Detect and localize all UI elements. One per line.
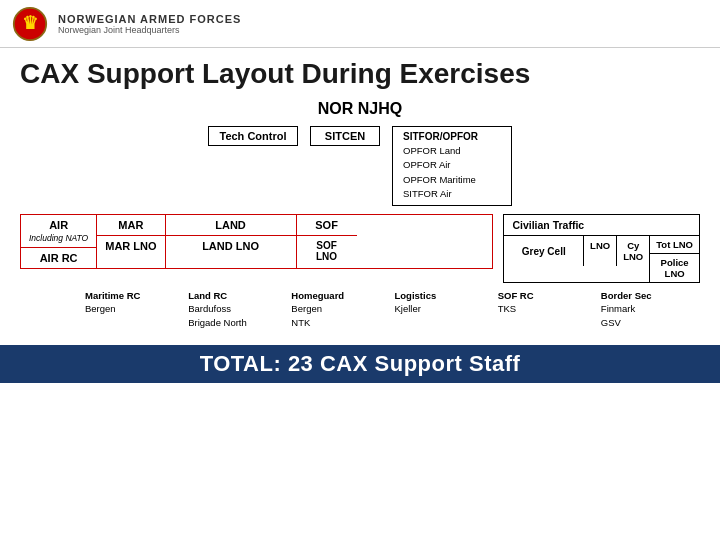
logo-icon: ♛ bbox=[12, 6, 48, 42]
left-columns: AIR Including NATO AIR RC MAR MAR LNO LA… bbox=[20, 214, 493, 269]
tech-control-box: Tech Control bbox=[208, 126, 298, 146]
middle-section: AIR Including NATO AIR RC MAR MAR LNO LA… bbox=[20, 214, 700, 283]
sitfor-title: SITFOR/OPFOR bbox=[403, 131, 501, 142]
sitfor-item-2: OPFOR Air bbox=[403, 158, 501, 172]
grey-cell-label: Grey Cell bbox=[504, 236, 584, 266]
air-sub: Including NATO bbox=[29, 233, 88, 243]
mar-lno-label: MAR LNO bbox=[97, 236, 164, 256]
air-label: AIR Including NATO bbox=[21, 215, 96, 248]
air-rc-label: AIR RC bbox=[21, 248, 96, 268]
air-col: AIR Including NATO AIR RC bbox=[21, 215, 97, 268]
top-row: Tech Control SITCEN SITFOR/OPFOR OPFOR L… bbox=[20, 126, 700, 206]
sof-label: SOF bbox=[297, 215, 357, 236]
sub-item-logistics: Logistics Kjeller bbox=[395, 287, 494, 331]
lno-row: LNO Cy LNO bbox=[584, 236, 649, 266]
mar-col: MAR MAR LNO bbox=[97, 215, 165, 268]
section-title: NOR NJHQ bbox=[20, 100, 700, 118]
police-lno-box: PoliceLNO bbox=[650, 254, 699, 282]
header: ♛ NORWEGIAN ARMED FORCES Norwegian Joint… bbox=[0, 0, 720, 48]
org-name: NORWEGIAN ARMED FORCES bbox=[58, 13, 241, 25]
sof-lno-label: SOFLNO bbox=[297, 236, 357, 266]
sitfor-items: OPFOR Land OPFOR Air OPFOR Maritime SITF… bbox=[403, 144, 501, 201]
right-panel: Civilian Traffic Grey Cell LNO Cy LNO bbox=[503, 214, 700, 283]
sub-item-land: Land RC BardufossBrigade North bbox=[188, 287, 287, 331]
sub-item-mar: Maritime RC Bergen bbox=[85, 287, 184, 331]
sitfor-item-1: OPFOR Land bbox=[403, 144, 501, 158]
sub-item-sof-rc: SOF RC TKS bbox=[498, 287, 597, 331]
svg-text:♛: ♛ bbox=[22, 13, 38, 33]
grey-row: Grey Cell LNO Cy LNO bbox=[504, 236, 649, 266]
header-text: NORWEGIAN ARMED FORCES Norwegian Joint H… bbox=[58, 13, 241, 35]
sub-item-border-sec: Border Sec FinmarkGSV bbox=[601, 287, 700, 331]
sub-items-row: Maritime RC Bergen Land RC BardufossBrig… bbox=[20, 287, 700, 331]
org-sub: Norwegian Joint Headquarters bbox=[58, 25, 241, 35]
sitfor-item-4: SITFOR Air bbox=[403, 187, 501, 201]
civilian-traffic: Civilian Traffic bbox=[504, 215, 699, 236]
cy-lno-cell: Cy LNO bbox=[617, 236, 649, 266]
main-content: CAX Support Layout During Exercises NOR … bbox=[0, 48, 720, 339]
sof-col: SOF SOFLNO bbox=[297, 215, 357, 268]
sub-item-homeguard: Homeguard BergenNTK bbox=[291, 287, 390, 331]
sitfor-box: SITFOR/OPFOR OPFOR Land OPFOR Air OPFOR … bbox=[392, 126, 512, 206]
org-chart: Tech Control SITCEN SITFOR/OPFOR OPFOR L… bbox=[20, 126, 700, 331]
lno-cell: LNO bbox=[584, 236, 617, 266]
page-title: CAX Support Layout During Exercises bbox=[20, 58, 700, 90]
main-row: AIR Including NATO AIR RC MAR MAR LNO LA… bbox=[20, 214, 493, 269]
mar-label: MAR bbox=[97, 215, 164, 236]
land-label: LAND bbox=[166, 215, 296, 236]
land-lno-label: LAND LNO bbox=[166, 236, 296, 256]
land-col: LAND LAND LNO bbox=[166, 215, 297, 268]
total-footer: TOTAL: 23 CAX Support Staff bbox=[0, 345, 720, 383]
sitcen-box: SITCEN bbox=[310, 126, 380, 146]
sitfor-item-3: OPFOR Maritime bbox=[403, 173, 501, 187]
tot-police-col: Tot LNO PoliceLNO bbox=[649, 236, 699, 282]
tot-lno-box: Tot LNO bbox=[650, 236, 699, 254]
